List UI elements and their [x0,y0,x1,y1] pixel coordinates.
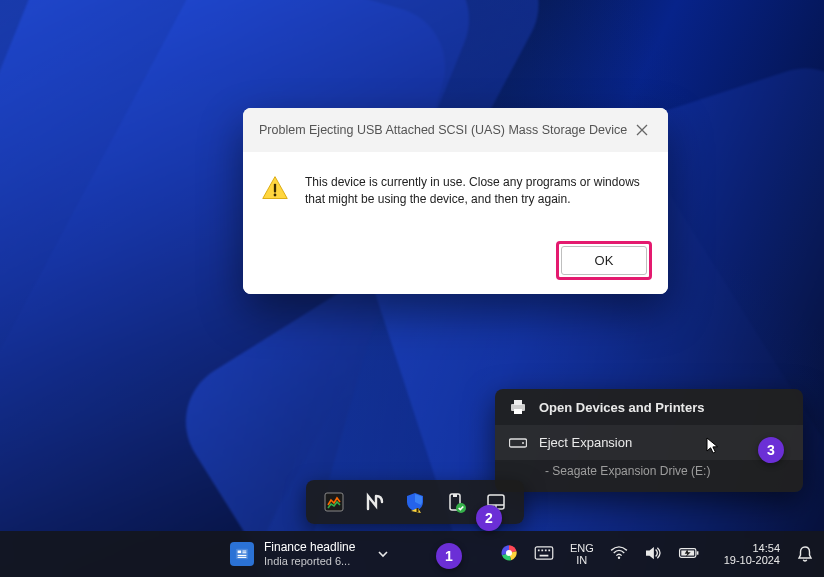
svg-point-29 [617,556,619,558]
svg-rect-27 [548,549,550,551]
news-icon [230,542,254,566]
svg-point-6 [522,442,524,444]
svg-point-22 [506,549,512,555]
svg-rect-16 [238,551,242,554]
touch-keyboard-icon[interactable] [534,546,554,563]
news-widget[interactable]: Finance headline India reported 6... [230,541,355,567]
battery-icon[interactable] [678,547,700,562]
drive-sublabel: - Seagate Expansion Drive (E:) [495,460,803,486]
dialog-title: Problem Ejecting USB Attached SCSI (UAS)… [259,123,627,137]
svg-rect-8 [416,508,418,512]
eject-label: Eject Expansion [539,435,632,450]
safely-remove-flyout: Open Devices and Printers Eject Expansio… [495,389,803,492]
error-dialog: Problem Ejecting USB Attached SCSI (UAS)… [243,108,668,294]
dialog-footer: OK [243,231,668,294]
svg-rect-10 [453,494,457,497]
mouse-cursor-icon [706,437,720,455]
clock-date: 19-10-2024 [724,554,780,566]
open-devices-label: Open Devices and Printers [539,400,704,415]
svg-rect-19 [242,551,246,552]
volume-icon[interactable] [644,546,662,563]
news-title: Finance headline [264,541,355,555]
lang-top: ENG [570,542,594,554]
lang-bottom: IN [570,554,594,566]
ok-highlight: OK [556,241,652,280]
svg-rect-4 [514,409,522,414]
printer-icon [509,399,527,415]
svg-rect-20 [242,552,246,553]
warning-icon [261,174,289,202]
svg-rect-24 [538,549,540,551]
open-devices-printers[interactable]: Open Devices and Printers [495,389,803,425]
safely-remove-icon[interactable] [444,491,466,513]
taskbar-clock[interactable]: 14:54 19-10-2024 [724,542,780,566]
annotation-1: 1 [436,543,462,569]
taskbar: Finance headline India reported 6... ENG… [0,531,824,577]
svg-rect-23 [535,546,553,558]
eject-expansion[interactable]: Eject Expansion [495,425,803,460]
dialog-titlebar: Problem Ejecting USB Attached SCSI (UAS)… [243,108,668,152]
ok-button[interactable]: OK [561,246,647,275]
svg-rect-32 [696,551,698,554]
browser-icon[interactable] [500,544,518,565]
svg-rect-0 [274,184,276,193]
windows-security-icon[interactable] [404,491,426,513]
dialog-message: This device is currently in use. Close a… [305,174,650,209]
dialog-body: This device is currently in use. Close a… [243,152,668,231]
svg-rect-25 [541,549,543,551]
notifications-icon[interactable] [796,545,814,563]
svg-rect-18 [238,557,247,558]
task-manager-icon[interactable] [323,491,345,513]
close-icon[interactable] [628,118,656,142]
clock-time: 14:54 [724,542,780,554]
annotation-3: 3 [758,437,784,463]
svg-rect-17 [238,555,247,556]
wifi-icon[interactable] [610,546,628,563]
drive-icon [509,437,527,449]
annotation-2: 2 [476,505,502,531]
svg-rect-28 [540,554,549,556]
news-text: Finance headline India reported 6... [264,541,355,567]
svg-rect-3 [514,400,522,405]
svg-point-1 [274,194,277,197]
language-indicator[interactable]: ENG IN [570,542,594,566]
app-n-icon[interactable] [364,491,386,513]
svg-rect-26 [545,549,547,551]
tray-chevron-icon[interactable] [371,542,395,566]
taskbar-right: ENG IN 14:54 19-10-2024 [500,542,814,566]
news-subtitle: India reported 6... [264,555,355,568]
